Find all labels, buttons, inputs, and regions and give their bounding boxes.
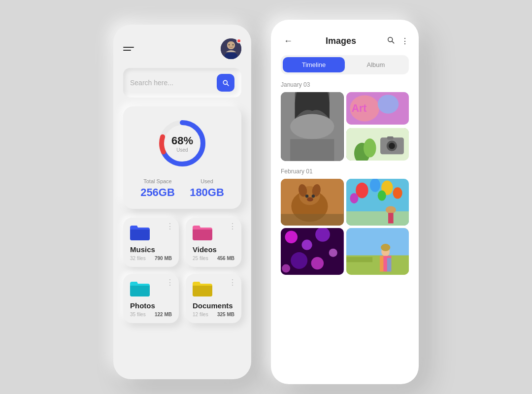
svg-rect-64 (387, 258, 391, 272)
photo-girl-field[interactable] (346, 228, 409, 275)
photo-balloons[interactable] (346, 179, 409, 226)
search-button[interactable] (217, 74, 234, 92)
svg-point-18 (290, 114, 334, 139)
svg-point-47 (350, 193, 358, 203)
folder-files-photos: 35 files (130, 312, 146, 317)
folder-name-musics: Musics (130, 245, 172, 254)
svg-rect-42 (346, 211, 409, 226)
svg-rect-63 (380, 256, 383, 272)
svg-point-38 (312, 195, 315, 197)
storage-stats: Total Space 256GB Used 180GB (133, 178, 232, 199)
folder-size-videos: 456 MB (217, 256, 234, 261)
folder-meta-photos: 35 files 122 MB (130, 312, 172, 317)
image-grid-january: Art (281, 92, 409, 161)
tab-album[interactable]: Album (345, 57, 407, 72)
donut-center: 68% Used (171, 134, 193, 153)
svg-point-27 (364, 138, 376, 157)
left-phone: Search here... 68% (113, 25, 251, 379)
photo-bw-girl[interactable] (281, 92, 344, 161)
svg-line-9 (227, 84, 229, 86)
svg-rect-40 (281, 214, 344, 226)
svg-point-52 (285, 231, 298, 244)
donut-used-label: Used (171, 147, 193, 153)
photo-graffiti[interactable]: Art (346, 92, 409, 125)
total-space-stat: Total Space 256GB (140, 178, 175, 199)
svg-rect-31 (387, 136, 393, 139)
more-options-icon[interactable]: ⋮ (401, 36, 409, 46)
svg-point-58 (282, 264, 290, 273)
folder-documents[interactable]: ⋮ Documents 12 files 325 MB (186, 274, 241, 323)
folder-menu-photos[interactable]: ⋮ (166, 279, 174, 287)
folder-icon-musics (130, 225, 150, 240)
svg-point-46 (393, 187, 402, 198)
tabs-container: Timeline Album (281, 55, 409, 74)
storage-card: 68% Used Total Space 256GB Used 180GB (123, 106, 241, 209)
folder-videos[interactable]: ⋮ Videos 25 files 456 MB (186, 218, 241, 267)
folder-icon-videos (193, 225, 212, 240)
storage-donut: 68% Used (155, 116, 209, 170)
folder-name-photos: Photos (130, 301, 172, 310)
folder-name-videos: Videos (193, 245, 234, 254)
images-header: ← Images ⋮ (281, 33, 409, 48)
folder-files-musics: 32 files (130, 256, 146, 261)
svg-point-49 (385, 206, 396, 213)
folder-files-videos: 25 files (193, 256, 208, 261)
photo-dog[interactable] (281, 179, 344, 226)
user-avatar-wrapper[interactable] (221, 38, 241, 59)
date-february: February 01 (281, 168, 409, 175)
image-group-january: January 03 (281, 81, 409, 161)
search-icon[interactable] (386, 35, 395, 46)
svg-rect-19 (290, 139, 334, 162)
image-grid-february (281, 179, 409, 275)
header-actions: ⋮ (386, 35, 409, 46)
left-header (123, 38, 241, 59)
svg-point-48 (377, 191, 386, 201)
svg-rect-50 (388, 213, 394, 223)
svg-point-5 (227, 41, 235, 49)
svg-point-13 (388, 37, 393, 42)
svg-line-14 (392, 41, 394, 43)
notification-dot (236, 38, 241, 43)
photo-plant-camera[interactable] (346, 128, 409, 161)
svg-point-55 (329, 249, 337, 257)
folder-name-documents: Documents (193, 301, 234, 310)
svg-point-44 (369, 179, 380, 192)
folder-meta-documents: 12 files 325 MB (193, 312, 234, 317)
tab-timeline[interactable]: Timeline (283, 57, 345, 72)
folder-size-photos: 122 MB (155, 312, 172, 317)
date-january: January 03 (281, 81, 409, 88)
folder-icon-photos (130, 281, 150, 296)
svg-point-30 (389, 142, 395, 149)
svg-point-53 (302, 240, 312, 250)
folder-menu-musics[interactable]: ⋮ (166, 223, 174, 230)
svg-point-37 (305, 195, 308, 197)
images-title: Images (326, 36, 356, 46)
back-button[interactable]: ← (281, 33, 296, 48)
used-space-stat: Used 180GB (190, 178, 224, 199)
svg-point-57 (311, 257, 324, 270)
folder-size-musics: 790 MB (155, 256, 172, 261)
svg-point-7 (233, 44, 233, 45)
folder-musics[interactable]: ⋮ Musics 32 files 790 MB (123, 218, 179, 267)
search-bar[interactable]: Search here... (123, 68, 241, 98)
total-space-value: 256GB (140, 186, 175, 199)
photo-festival[interactable] (281, 228, 344, 275)
svg-text:Art: Art (351, 102, 366, 114)
svg-rect-59 (346, 228, 409, 258)
svg-point-39 (307, 197, 313, 201)
svg-point-6 (229, 44, 230, 45)
folder-photos[interactable]: ⋮ Photos 35 files 122 MB (123, 274, 179, 323)
total-space-label: Total Space (140, 178, 175, 184)
folders-grid: ⋮ Musics 32 files 790 MB ⋮ (123, 218, 241, 323)
folder-menu-videos[interactable]: ⋮ (229, 223, 236, 230)
svg-point-65 (381, 244, 390, 251)
used-space-label: Used (190, 178, 224, 184)
folder-files-documents: 12 files (193, 312, 208, 317)
svg-point-22 (377, 95, 399, 113)
image-group-february: February 01 (281, 168, 409, 275)
folder-menu-documents[interactable]: ⋮ (229, 279, 236, 287)
folder-size-documents: 325 MB (217, 312, 234, 317)
search-placeholder: Search here... (130, 79, 173, 87)
folder-meta-musics: 32 files 790 MB (130, 256, 172, 261)
hamburger-menu[interactable] (123, 47, 134, 51)
